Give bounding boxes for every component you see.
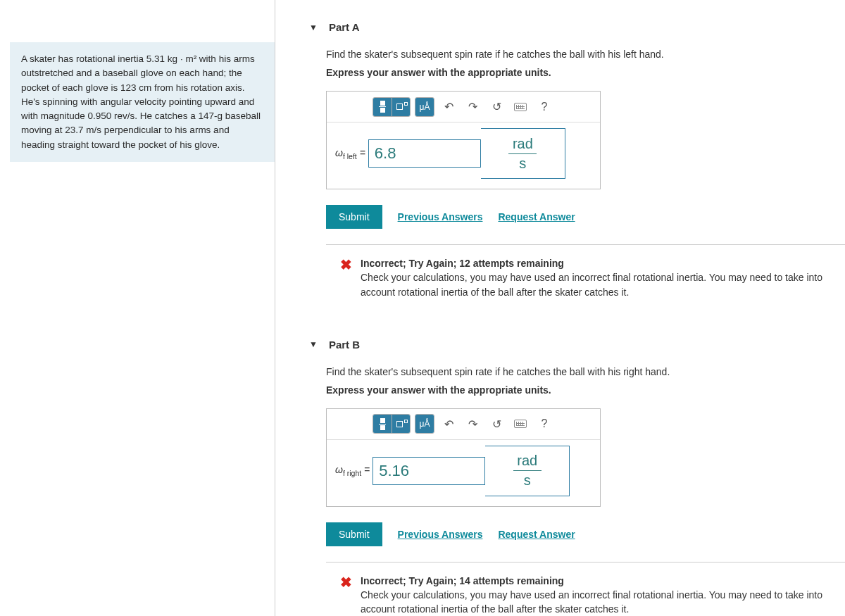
feedback-text-a: Incorrect; Try Again; 12 attempts remain… xyxy=(361,256,837,299)
help-icon[interactable]: ? xyxy=(534,97,554,117)
answer-box-b: μÅ ↶ ↷ ↺ ? ωf right = rad s xyxy=(326,408,601,507)
units-group: μÅ xyxy=(415,414,434,434)
caret-down-icon[interactable]: ▼ xyxy=(309,339,318,349)
reset-icon[interactable]: ↺ xyxy=(487,414,506,434)
unit-top-b: rad xyxy=(517,453,537,469)
unit-top-a: rad xyxy=(513,136,533,152)
undo-icon[interactable]: ↶ xyxy=(439,97,458,117)
exponent-icon[interactable] xyxy=(392,415,410,433)
feedback-title-a: Incorrect; Try Again; 12 attempts remain… xyxy=(361,256,837,270)
incorrect-icon: ✖ xyxy=(340,256,352,299)
answer-input-b[interactable] xyxy=(373,457,485,485)
part-a-sub-instruction: Express your answer with the appropriate… xyxy=(326,67,845,78)
toolbar-a: μÅ ↶ ↷ ↺ ? xyxy=(327,92,600,122)
feedback-box-a: ✖ Incorrect; Try Again; 12 attempts rema… xyxy=(326,244,845,310)
redo-icon[interactable]: ↷ xyxy=(463,97,482,117)
part-b-header[interactable]: ▼ Part B xyxy=(275,332,845,358)
part-a-header[interactable]: ▼ Part A xyxy=(275,14,845,40)
previous-answers-link-b[interactable]: Previous Answers xyxy=(398,529,483,540)
feedback-text-b: Incorrect; Try Again; 14 attempts remain… xyxy=(361,574,837,616)
part-a-label: Part A xyxy=(329,21,360,33)
part-b-label: Part B xyxy=(329,339,360,351)
toolbar-b: μÅ ↶ ↷ ↺ ? xyxy=(327,409,600,440)
answer-row-a: ωf left = rad s xyxy=(327,122,600,189)
unit-box-a[interactable]: rad s xyxy=(481,128,565,179)
undo-icon[interactable]: ↶ xyxy=(439,414,458,434)
keyboard-icon[interactable] xyxy=(511,414,530,434)
keyboard-icon[interactable] xyxy=(511,97,530,117)
request-answer-link-b[interactable]: Request Answer xyxy=(498,529,575,540)
unit-bot-a: s xyxy=(519,156,526,172)
feedback-title-b: Incorrect; Try Again; 14 attempts remain… xyxy=(361,574,837,588)
main-content: ▼ Part A Find the skater's subsequent sp… xyxy=(275,0,845,616)
answer-box-a: μÅ ↶ ↷ ↺ ? ωf left = rad s xyxy=(326,91,601,189)
reset-icon[interactable]: ↺ xyxy=(487,97,506,117)
problem-text: A skater has rotational inertia 5.31 kg … xyxy=(10,42,275,162)
fraction-icon[interactable] xyxy=(373,415,392,433)
units-group: μÅ xyxy=(415,97,434,117)
unit-box-b[interactable]: rad s xyxy=(485,446,570,496)
previous-answers-link-a[interactable]: Previous Answers xyxy=(398,211,483,222)
variable-label-a: ωf left = xyxy=(335,147,365,161)
button-row-b: Submit Previous Answers Request Answer xyxy=(326,522,845,546)
fraction-icon[interactable] xyxy=(373,98,392,116)
units-icon[interactable]: μÅ xyxy=(415,98,434,116)
answer-row-b: ωf right = rad s xyxy=(327,440,600,506)
part-b-body: Find the skater's subsequent spin rate i… xyxy=(275,358,845,616)
part-a-instruction: Find the skater's subsequent spin rate i… xyxy=(326,49,845,60)
feedback-body-a: Check your calculations, you may have us… xyxy=(361,270,837,299)
submit-button-a[interactable]: Submit xyxy=(326,205,382,229)
unit-bot-b: s xyxy=(524,472,531,489)
help-icon[interactable]: ? xyxy=(534,414,554,434)
redo-icon[interactable]: ↷ xyxy=(463,414,482,434)
request-answer-link-a[interactable]: Request Answer xyxy=(498,211,575,222)
caret-down-icon[interactable]: ▼ xyxy=(309,23,318,32)
units-icon[interactable]: μÅ xyxy=(415,415,434,433)
button-row-a: Submit Previous Answers Request Answer xyxy=(326,205,845,229)
feedback-body-b: Check your calculations, you may have us… xyxy=(361,588,837,616)
part-b-sub-instruction: Express your answer with the appropriate… xyxy=(326,384,845,396)
submit-button-b[interactable]: Submit xyxy=(326,522,382,546)
part-a-body: Find the skater's subsequent spin rate i… xyxy=(275,40,845,332)
formula-group xyxy=(373,414,411,434)
feedback-box-b: ✖ Incorrect; Try Again; 14 attempts rema… xyxy=(326,562,845,616)
incorrect-icon: ✖ xyxy=(340,574,352,616)
variable-label-b: ωf right = xyxy=(335,464,370,477)
exponent-icon[interactable] xyxy=(392,98,410,116)
part-b-instruction: Find the skater's subsequent spin rate i… xyxy=(326,366,845,377)
formula-group xyxy=(373,97,411,117)
answer-input-a[interactable] xyxy=(368,139,481,168)
problem-sidebar: A skater has rotational inertia 5.31 kg … xyxy=(0,0,275,616)
